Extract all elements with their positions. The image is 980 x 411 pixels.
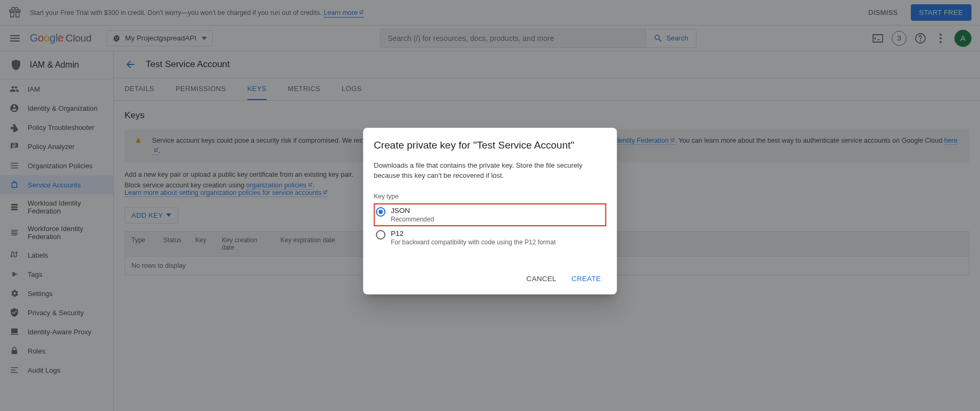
key-type-label: Key type [374, 193, 607, 200]
radio-option-json[interactable]: JSON Recommended [374, 203, 607, 226]
create-button[interactable]: CREATE [566, 270, 607, 287]
dialog-title: Create private key for "Test Service Acc… [374, 139, 607, 151]
radio-json[interactable] [376, 207, 386, 217]
cancel-button[interactable]: CANCEL [521, 270, 562, 287]
create-key-dialog: Create private key for "Test Service Acc… [363, 128, 617, 294]
radio-p12[interactable] [376, 230, 386, 240]
radio-option-p12[interactable]: P12 For backward compatibility with code… [374, 226, 607, 249]
dialog-description: Downloads a file that contains the priva… [374, 161, 607, 181]
